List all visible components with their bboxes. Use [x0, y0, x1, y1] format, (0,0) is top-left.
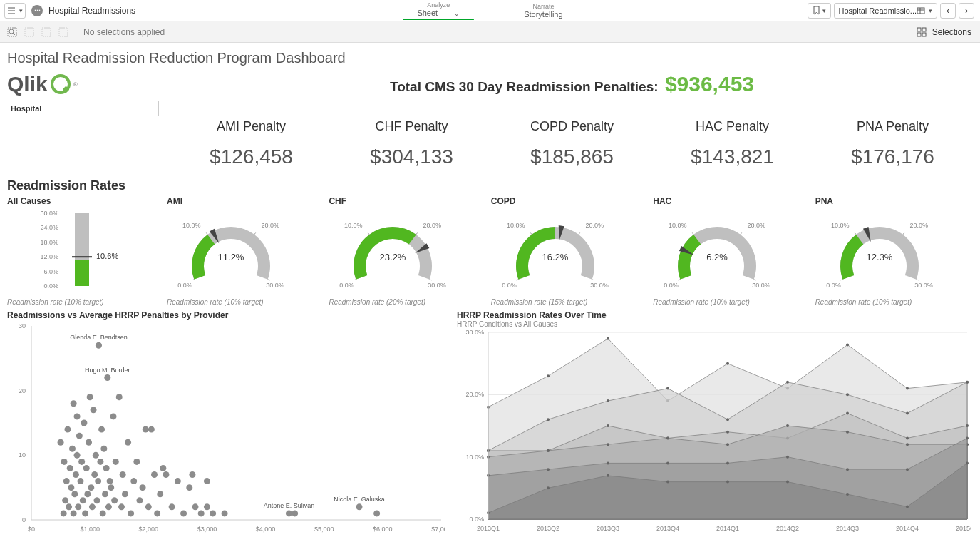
- svg-point-160: [292, 510, 298, 516]
- svg-point-226: [726, 461, 729, 464]
- svg-text:10.0%: 10.0%: [831, 222, 850, 229]
- svg-point-151: [186, 484, 192, 491]
- svg-point-212: [966, 424, 969, 427]
- svg-line-22: [206, 232, 207, 234]
- svg-text:Nicola E. Galuska: Nicola E. Galuska: [334, 496, 385, 503]
- smart-search-icon[interactable]: [7, 27, 17, 37]
- page-title: Hospital Readmission Reduction Program D…: [0, 43, 980, 69]
- bookmark-button[interactable]: ▾: [808, 3, 831, 19]
- selections-tool-button[interactable]: Selections: [909, 21, 980, 42]
- svg-point-96: [73, 471, 79, 478]
- svg-point-159: [286, 510, 292, 516]
- gauge-copd[interactable]: COPD 0.0%10.0%20.0%30.0%16.2% Readmissio…: [491, 196, 649, 306]
- total-penalty-kpi: Total CMS 30 Day Readmission Penalties: …: [171, 72, 973, 96]
- chevron-down-icon: ⌄: [454, 10, 460, 17]
- step-forward-icon[interactable]: [41, 27, 51, 37]
- svg-text:10.0%: 10.0%: [465, 454, 484, 461]
- clear-selections-icon[interactable]: [58, 27, 68, 37]
- svg-point-91: [67, 465, 73, 471]
- svg-line-26: [268, 280, 270, 280]
- svg-point-122: [103, 465, 110, 471]
- sheets-icon: [917, 7, 925, 14]
- gauge-pna[interactable]: PNA 0.0%10.0%20.0%30.0%12.3% Readmission…: [815, 196, 973, 306]
- scatter-chart-container[interactable]: Readmissions vs Average HRRP Penalties b…: [7, 310, 445, 536]
- svg-point-203: [966, 381, 969, 384]
- next-sheet-button[interactable]: ›: [959, 3, 974, 19]
- selections-status: No selections applied: [76, 27, 165, 37]
- chevron-right-icon: ›: [965, 6, 968, 16]
- svg-point-163: [71, 400, 77, 407]
- gauge-chf[interactable]: CHF 0.0%10.0%20.0%30.0%23.2% Readmission…: [329, 196, 486, 306]
- tab-analyze[interactable]: Analyze Sheet ⌄: [403, 1, 474, 20]
- svg-text:30.0%: 30.0%: [266, 282, 284, 289]
- step-back-icon[interactable]: [24, 27, 34, 37]
- svg-text:2013Q1: 2013Q1: [477, 525, 500, 532]
- svg-text:0.0%: 0.0%: [177, 282, 192, 289]
- svg-point-128: [111, 497, 118, 503]
- svg-point-99: [76, 433, 83, 439]
- svg-text:2014Q4: 2014Q4: [896, 525, 919, 532]
- svg-point-111: [91, 407, 97, 413]
- svg-point-134: [125, 439, 131, 446]
- tab-narrate[interactable]: Narrate Storytelling: [510, 3, 577, 20]
- svg-point-148: [169, 503, 175, 510]
- gauge-chart: 0.0%10.0%20.0%30.0%12.3%: [815, 209, 944, 293]
- svg-text:24.0%: 24.0%: [40, 224, 58, 231]
- svg-text:$2,000: $2,000: [139, 526, 159, 533]
- svg-text:2014Q2: 2014Q2: [776, 525, 799, 532]
- svg-point-119: [100, 510, 106, 516]
- svg-point-228: [846, 468, 849, 471]
- svg-point-129: [113, 459, 119, 465]
- svg-point-107: [86, 439, 92, 446]
- gauge-ami[interactable]: AMI 0.0%10.0%20.0%30.0%11.2% Readmission…: [167, 196, 324, 306]
- svg-point-211: [906, 436, 909, 439]
- svg-text:Glenda E. Bendtsen: Glenda E. Bendtsen: [70, 334, 128, 341]
- chevron-down-icon: ▾: [822, 7, 826, 14]
- sheet-selector[interactable]: Hospital Readmissio... ▾: [834, 3, 937, 19]
- gauge-hac[interactable]: HAC 0.0%10.0%20.0%30.0%6.2% Readmission …: [653, 196, 810, 306]
- svg-text:$6,000: $6,000: [373, 526, 393, 533]
- svg-text:Hugo M. Border: Hugo M. Border: [85, 367, 130, 374]
- svg-text:20.0%: 20.0%: [261, 222, 279, 229]
- svg-point-210: [846, 412, 849, 415]
- svg-line-56: [754, 280, 756, 280]
- hamburger-icon: [7, 6, 16, 15]
- svg-point-155: [204, 478, 210, 484]
- svg-point-215: [607, 443, 609, 446]
- selections-tool-label: Selections: [932, 27, 971, 37]
- svg-point-135: [128, 510, 134, 516]
- svg-line-42: [530, 232, 532, 234]
- menu-button[interactable]: ▾: [4, 3, 26, 19]
- svg-line-50: [679, 280, 681, 280]
- svg-point-100: [78, 478, 84, 484]
- app-icon: ⋯: [31, 5, 43, 16]
- svg-point-237: [846, 493, 849, 496]
- svg-point-103: [81, 420, 87, 426]
- hospital-filter[interactable]: Hospital: [6, 101, 159, 116]
- svg-text:10.6%: 10.6%: [96, 252, 118, 260]
- svg-point-187: [547, 374, 550, 377]
- svg-line-40: [516, 280, 518, 280]
- gauge-chart: 0.0%10.0%20.0%30.0%23.2%: [329, 209, 457, 293]
- svg-point-138: [136, 497, 143, 503]
- svg-point-164: [74, 413, 81, 419]
- svg-text:10.0%: 10.0%: [669, 222, 687, 229]
- svg-text:18.0%: 18.0%: [40, 239, 58, 246]
- kpi-ami-penalty: AMI Penalty $126,458: [171, 116, 331, 168]
- svg-text:Antone E. Sulivan: Antone E. Sulivan: [264, 502, 315, 509]
- svg-point-158: [222, 510, 228, 516]
- svg-point-223: [547, 468, 550, 471]
- timeseries-chart-container[interactable]: HRRP Readmission Rates Over Time HRRP Co…: [457, 310, 973, 536]
- svg-text:20.0%: 20.0%: [748, 222, 766, 229]
- gauge-chart: 0.0%10.0%20.0%30.0%6.2%: [653, 209, 781, 293]
- gauge-all-causes[interactable]: All Causes 30.0%24.0%18.0%12.0%6.0%0.0%1…: [7, 196, 163, 306]
- svg-text:2013Q2: 2013Q2: [537, 525, 559, 532]
- svg-line-52: [693, 232, 694, 234]
- svg-point-117: [97, 459, 103, 465]
- svg-point-202: [906, 412, 909, 415]
- svg-point-133: [122, 491, 128, 497]
- svg-point-197: [607, 399, 609, 402]
- qlik-logo-icon: [51, 74, 71, 94]
- svg-point-93: [69, 446, 76, 452]
- prev-sheet-button[interactable]: ‹: [940, 3, 956, 19]
